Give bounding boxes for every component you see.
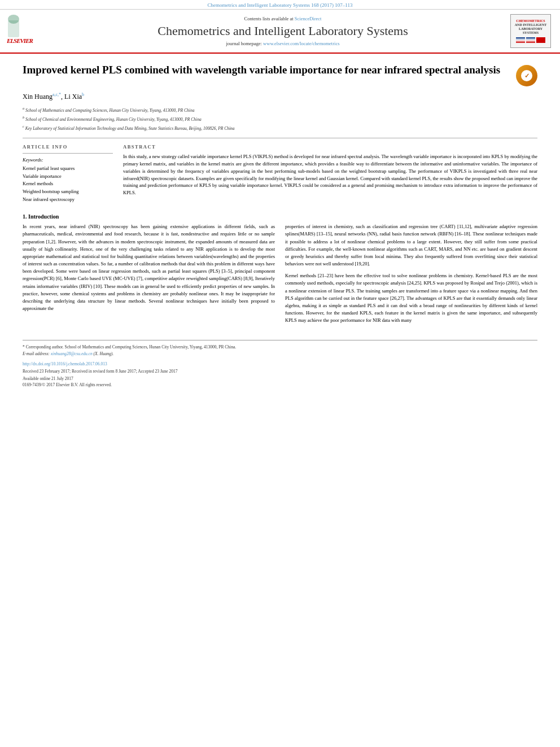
article-info-col: ARTICLE INFO Keywords: Kernel partial le… bbox=[23, 144, 113, 203]
journal-citation-bar: Chemometrics and Intelligent Laboratory … bbox=[0, 0, 560, 10]
crossmark-icon: ✓ bbox=[521, 70, 532, 81]
crossmark-logo: ✓ bbox=[516, 65, 537, 86]
journal-logo-box-area: CHEMOMETRICS AND INTELLIGENT LABORATORY … bbox=[508, 14, 553, 48]
info-divider bbox=[23, 153, 113, 154]
doi-link[interactable]: http://dx.doi.org/10.1016/j.chemolab.201… bbox=[23, 361, 107, 366]
email-link[interactable]: xinhuang28@csu.edu.cn bbox=[51, 351, 93, 356]
footnote-section: * Corresponding author. School of Mathem… bbox=[23, 340, 537, 387]
journal-url[interactable]: www.elsevier.com/locate/chemometrics bbox=[263, 41, 339, 46]
logo-line-1: CHEMOMETRICS bbox=[516, 19, 545, 23]
affil-sup-a: a,c,* bbox=[53, 92, 61, 97]
introduction-section: 1. Introduction In recent years, near in… bbox=[23, 213, 537, 329]
logo-line-4: SYSTEMS bbox=[523, 31, 539, 35]
received-line: Received 23 February 2017; Received in r… bbox=[23, 369, 537, 374]
journal-homepage: journal homepage: www.elsevier.com/locat… bbox=[226, 41, 339, 46]
copyright-line: 0169-7439/© 2017 Elsevier B.V. All right… bbox=[23, 382, 537, 387]
email-note: E-mail address: xinhuang28@csu.edu.cn (X… bbox=[23, 351, 537, 357]
svg-point-1 bbox=[8, 15, 19, 24]
svg-text:ELSEVIER: ELSEVIER bbox=[7, 37, 33, 44]
keyword-2: Variable importance bbox=[23, 173, 113, 181]
keyword-1: Kernel partial least squares bbox=[23, 165, 113, 173]
keywords-list: Kernel partial least squares Variable im… bbox=[23, 165, 113, 203]
abstract-header: ABSTRACT bbox=[123, 144, 537, 150]
journal-title: Chemometrics and Intelligent Laboratory … bbox=[158, 24, 408, 38]
corresponding-author-note: * Corresponding author. School of Mathem… bbox=[23, 344, 537, 350]
author-li-xia: Li Xia bbox=[64, 93, 82, 101]
author-xin-huang: Xin Huang bbox=[23, 93, 53, 101]
sciencedirect-anchor[interactable]: ScienceDirect bbox=[295, 16, 322, 21]
journal-citation-text: Chemometrics and Intelligent Laboratory … bbox=[208, 2, 353, 8]
abstract-text: In this study, a new strategy called var… bbox=[123, 153, 537, 196]
flag-1 bbox=[516, 37, 525, 43]
affil-c: c Key Laboratory of Statistical Informat… bbox=[23, 124, 537, 132]
flag-3 bbox=[536, 37, 545, 43]
flag-icons bbox=[516, 37, 545, 43]
flag-2 bbox=[526, 37, 535, 43]
logo-line-2: AND INTELLIGENT bbox=[515, 23, 547, 27]
elsevier-logo-text: ELSEVIER bbox=[7, 15, 47, 47]
journal-title-area: Contents lists available at ScienceDirec… bbox=[63, 14, 502, 48]
intro-section-title: 1. Introduction bbox=[23, 213, 537, 220]
abstract-col: ABSTRACT In this study, a new strategy c… bbox=[123, 144, 537, 203]
affiliations: a School of Mathematics and Computing Sc… bbox=[23, 106, 537, 131]
article-title: Improved kernel PLS combined with wavele… bbox=[23, 63, 510, 77]
authors-line: Xin Huanga,c,*, Li Xiab bbox=[23, 92, 537, 101]
info-abstract-section: ARTICLE INFO Keywords: Kernel partial le… bbox=[23, 144, 537, 203]
keyword-5: Near infrared spectroscopy bbox=[23, 196, 113, 204]
keywords-label: Keywords: bbox=[23, 157, 113, 163]
affil-sup-b: b bbox=[82, 92, 84, 97]
keyword-4: Weighted bootstrap sampling bbox=[23, 188, 113, 196]
article-title-section: Improved kernel PLS combined with wavele… bbox=[23, 63, 537, 86]
available-line: Available online 21 July 2017 bbox=[23, 376, 537, 381]
intro-left-text: In recent years, near infrared (NIR) spe… bbox=[23, 223, 275, 312]
sciencedirect-link: Contents lists available at ScienceDirec… bbox=[244, 16, 322, 21]
intro-left-col: In recent years, near infrared (NIR) spe… bbox=[23, 223, 275, 329]
intro-right-text: properties of interest in chemistry, suc… bbox=[285, 223, 537, 324]
keyword-3: Kernel methods bbox=[23, 180, 113, 188]
logo-line-3: LABORATORY bbox=[519, 27, 542, 31]
article-info-header: ARTICLE INFO bbox=[23, 144, 113, 150]
journal-logo-box: CHEMOMETRICS AND INTELLIGENT LABORATORY … bbox=[510, 14, 551, 48]
main-content: Improved kernel PLS combined with wavele… bbox=[0, 54, 560, 396]
intro-right-col: properties of interest in chemistry, suc… bbox=[285, 223, 537, 329]
journal-header: ELSEVIER Contents lists available at Sci… bbox=[0, 10, 560, 54]
doi-line: http://dx.doi.org/10.1016/j.chemolab.201… bbox=[23, 361, 537, 366]
article-divider bbox=[23, 138, 537, 138]
affil-a: a School of Mathematics and Computing Sc… bbox=[23, 106, 537, 113]
elsevier-logo-area: ELSEVIER bbox=[7, 14, 58, 48]
affil-b: b School of Chemical and Environmental E… bbox=[23, 115, 537, 123]
intro-body-cols: In recent years, near infrared (NIR) spe… bbox=[23, 223, 537, 329]
